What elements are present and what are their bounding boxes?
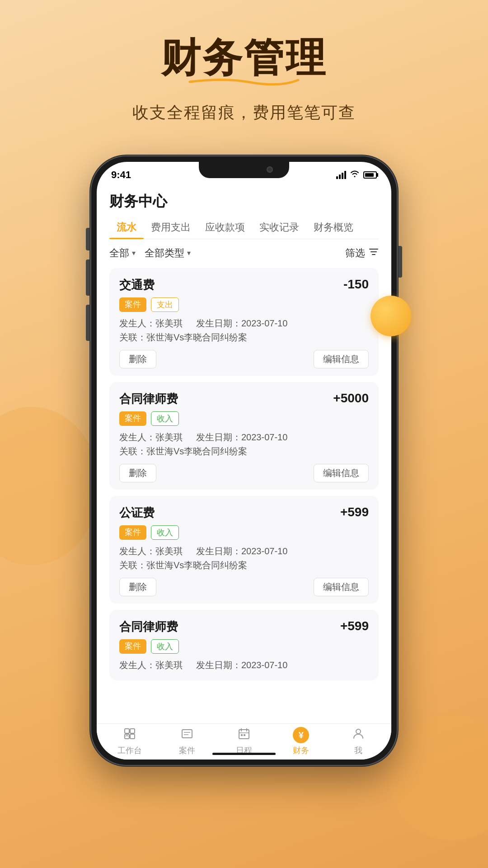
nav-profile[interactable]: 我: [330, 727, 387, 756]
transaction-card-0: 交通费 -150 案件 支出 发生人：张美琪 发生日期：2023-07-10 关…: [109, 268, 379, 376]
edit-btn-2[interactable]: 编辑信息: [314, 578, 369, 596]
nav-cases[interactable]: 案件: [158, 727, 215, 756]
page-title: 财务中心: [109, 184, 379, 217]
card-date-0: 发生日期：2023-07-10: [196, 317, 287, 330]
card-info-0: 发生人：张美琪 发生日期：2023-07-10: [119, 317, 369, 330]
card-info-1: 发生人：张美琪 发生日期：2023-07-10: [119, 431, 369, 443]
advanced-filter[interactable]: 筛选: [345, 246, 379, 260]
tag-row-1: 案件 收入: [119, 411, 369, 426]
signal-bar-2: [339, 175, 341, 179]
header-section: 财务管理 收支全程留痕，费用笔笔可查: [0, 0, 488, 142]
card-person-1: 发生人：张美琪: [119, 431, 183, 443]
card-date-1: 发生日期：2023-07-10: [196, 431, 287, 443]
signal-bar-1: [336, 176, 338, 179]
card-amount-2: +599: [340, 505, 369, 519]
card-title-3: 合同律师费: [119, 619, 178, 635]
card-info-2: 发生人：张美琪 发生日期：2023-07-10: [119, 545, 369, 557]
card-relation-2: 关联：张世海Vs李晓合同纠纷案: [119, 559, 369, 571]
tag-type-2: 收入: [151, 525, 179, 540]
svg-rect-6: [130, 734, 135, 739]
transaction-card-3: 合同律师费 +599 案件 收入 发生人：张美琪 发生日期：2023-07-10: [109, 610, 379, 680]
tag-type-0: 支出: [151, 297, 179, 312]
nav-workbench[interactable]: 工作台: [101, 727, 158, 756]
nav-finance[interactable]: ¥ 财务: [272, 727, 329, 756]
tag-row-2: 案件 收入: [119, 525, 369, 540]
card-actions-2: 删除 编辑信息: [119, 578, 369, 596]
phone-screen: 9:41: [97, 162, 391, 760]
edit-btn-0[interactable]: 编辑信息: [314, 350, 369, 368]
card-relation-1: 关联：张世海Vs李晓合同纠纷案: [119, 445, 369, 458]
svg-rect-14: [241, 734, 243, 736]
phone-btn-power: [399, 246, 402, 278]
phone-btn-vol-down: [86, 305, 89, 341]
phone-btn-vol-up: [86, 259, 89, 296]
signal-icon: [336, 171, 346, 179]
tab-yingshoukuanxiang[interactable]: 应收款项: [198, 217, 252, 239]
tab-liushui[interactable]: 流水: [109, 217, 144, 239]
delete-btn-0[interactable]: 删除: [119, 350, 156, 368]
main-title: 财务管理: [0, 36, 488, 80]
transaction-card-2: 公证费 +599 案件 收入 发生人：张美琪 发生日期：2023-07-10 关…: [109, 496, 379, 604]
tag-case-2: 案件: [119, 525, 146, 540]
card-amount-0: -150: [343, 277, 369, 292]
card-amount-1: +5000: [333, 391, 369, 406]
main-subtitle: 收支全程留痕，费用笔笔可查: [0, 102, 488, 124]
card-relation-0: 关联：张世海Vs李晓合同纠纷案: [119, 331, 369, 344]
tag-case-1: 案件: [119, 411, 146, 426]
svg-rect-3: [125, 729, 129, 733]
home-indicator: [212, 753, 276, 755]
tag-type-3: 收入: [151, 639, 179, 654]
cases-icon: [181, 727, 193, 743]
card-date-3: 发生日期：2023-07-10: [196, 659, 287, 671]
delete-btn-2[interactable]: 删除: [119, 578, 156, 596]
card-person-0: 发生人：张美琪: [119, 317, 183, 330]
finance-active-indicator: ¥: [293, 727, 309, 743]
nav-schedule[interactable]: 日程: [216, 727, 272, 756]
card-title-2: 公证费: [119, 505, 155, 521]
wifi-icon: [350, 170, 360, 180]
phone-mockup: 9:41: [90, 156, 398, 766]
card-person-3: 发生人：张美琪: [119, 659, 183, 671]
battery-fill: [365, 173, 374, 177]
status-icons: [336, 170, 377, 180]
tab-caiwugailan[interactable]: 财务概览: [306, 217, 361, 239]
card-info-3: 发生人：张美琪 发生日期：2023-07-10: [119, 659, 369, 671]
tab-bar: 流水 费用支出 应收款项 实收记录 财务概览: [109, 217, 379, 239]
schedule-icon: [238, 727, 250, 743]
scope-filter[interactable]: 全部 ▾: [109, 246, 136, 260]
tab-shishoujilu[interactable]: 实收记录: [252, 217, 306, 239]
tag-row-3: 案件 收入: [119, 639, 369, 654]
tag-row-0: 案件 支出: [119, 297, 369, 312]
card-title-0: 交通费: [119, 277, 155, 293]
type-filter[interactable]: 全部类型 ▾: [145, 246, 191, 260]
card-amount-3: +599: [340, 619, 369, 633]
front-camera: [267, 166, 273, 173]
card-date-2: 发生日期：2023-07-10: [196, 545, 287, 557]
delete-btn-1[interactable]: 删除: [119, 464, 156, 482]
phone-notch: [199, 162, 289, 178]
filter-icon: [369, 247, 379, 259]
title-underline: [181, 75, 307, 86]
app-content: 财务中心 流水 费用支出 应收款项 实收记录: [97, 184, 391, 723]
tag-case-0: 案件: [119, 297, 146, 312]
svg-rect-7: [182, 730, 192, 738]
edit-btn-1[interactable]: 编辑信息: [314, 464, 369, 482]
tag-case-3: 案件: [119, 639, 146, 654]
tag-type-1: 收入: [151, 411, 179, 426]
filter-row: 全部 ▾ 全部类型 ▾ 筛选: [109, 246, 379, 260]
battery-icon: [363, 171, 377, 179]
scope-chevron-icon: ▾: [132, 249, 136, 257]
phone-btn-silent: [86, 228, 89, 250]
card-person-2: 发生人：张美琪: [119, 545, 183, 557]
card-header-3: 合同律师费 +599: [119, 619, 369, 635]
svg-rect-4: [130, 729, 135, 733]
nav-finance-label: 财务: [293, 745, 309, 756]
tab-feiyongzhichu[interactable]: 费用支出: [144, 217, 198, 239]
svg-point-16: [356, 729, 361, 734]
nav-cases-label: 案件: [179, 745, 195, 756]
signal-bar-3: [342, 173, 343, 179]
phone-frame: 9:41: [90, 156, 398, 766]
status-time: 9:41: [111, 169, 131, 181]
card-header-2: 公证费 +599: [119, 505, 369, 521]
svg-rect-15: [244, 734, 245, 736]
